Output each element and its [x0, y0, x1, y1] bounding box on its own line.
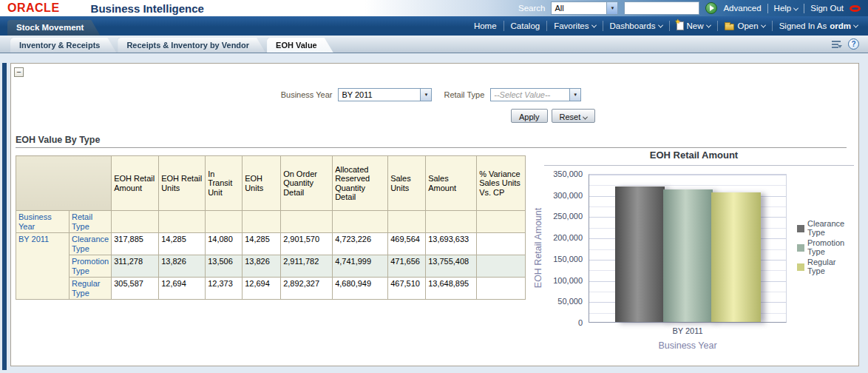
y-tick-label: 100,000: [529, 276, 583, 285]
x-axis-title: Business Year: [574, 340, 801, 351]
reset-button[interactable]: Reset: [552, 109, 596, 123]
business-year-value[interactable]: BY 2011: [339, 89, 420, 101]
app-window: ORACLE Business Intelligence Search All …: [0, 0, 868, 373]
retail-type-label: Retail Type: [444, 90, 484, 99]
legend-swatch: [797, 225, 804, 232]
table-row: BY 2011Clearance Type317,88514,28514,080…: [16, 233, 526, 255]
dashboard-page-tabs: Inventory & Receipts Receipts & Inventor…: [0, 36, 868, 53]
empty-header-cell: [281, 211, 333, 233]
page-options-icon[interactable]: [832, 40, 841, 48]
legend-label: Clearance Type: [807, 220, 853, 237]
search-scope-select[interactable]: All: [551, 1, 618, 15]
column-header: EOH Retail Amount: [112, 156, 159, 211]
help-menu[interactable]: Help: [774, 4, 799, 13]
chevron-down-icon: [705, 22, 711, 27]
chevron-down-icon[interactable]: [420, 89, 431, 101]
value-cell: 4,723,226: [333, 233, 388, 255]
chevron-down-icon[interactable]: [606, 2, 617, 14]
column-header: Allocated Reserved Quantity Detail: [333, 156, 388, 211]
prompt-actions: Apply Reset: [511, 109, 595, 123]
value-cell: 2,892,327: [281, 278, 333, 300]
help-icon[interactable]: [848, 38, 859, 50]
search-go-icon[interactable]: [705, 2, 717, 14]
tab-receipts-inventory-by-vendor[interactable]: Receipts & Inventory by Vendor: [118, 38, 265, 53]
y-tick-label: 200,000: [529, 233, 583, 242]
legend-label: Promotion Type: [807, 239, 853, 256]
value-cell: 469,564: [388, 233, 426, 255]
empty-header-cell: [112, 211, 159, 233]
gridline: [589, 185, 786, 186]
left-splitter-bar[interactable]: [2, 63, 7, 370]
y-tick-label: 0: [529, 318, 583, 327]
dashboard-tab-stock-movement[interactable]: Stock Movement: [7, 20, 100, 36]
tab-eoh-value[interactable]: EOH Value: [267, 38, 333, 53]
collapse-section-button[interactable]: −: [14, 67, 24, 77]
plot-area: [589, 174, 787, 323]
retail-type-cell[interactable]: Promotion Type: [69, 255, 112, 278]
nav-catalog[interactable]: Catalog: [511, 21, 540, 30]
bar-promotion-type[interactable]: [663, 189, 713, 322]
open-folder-icon: [725, 24, 734, 30]
y-tick-label: 300,000: [529, 191, 583, 200]
business-year-label: Business Year: [281, 90, 333, 99]
value-cell: 12,373: [206, 278, 243, 300]
stub-header[interactable]: Retail Type: [69, 211, 112, 233]
nav-home[interactable]: Home: [474, 21, 497, 30]
tab-inventory-and-receipts[interactable]: Inventory & Receipts: [10, 38, 116, 53]
empty-header-cell: [159, 211, 206, 233]
nav-new[interactable]: New: [677, 21, 711, 30]
separator: [717, 21, 718, 31]
business-year-select[interactable]: BY 2011: [338, 88, 432, 101]
advanced-link[interactable]: Advanced: [723, 4, 761, 13]
stub-header[interactable]: Business Year: [16, 211, 69, 233]
legend-swatch: [797, 244, 804, 252]
value-cell: 4,680,949: [333, 278, 388, 300]
global-nav-bar: Stock Movement Home Catalog Favorites Da…: [0, 16, 868, 36]
value-cell: 12,694: [159, 278, 206, 300]
business-year-cell[interactable]: BY 2011: [16, 233, 69, 300]
value-cell: 13,826: [159, 255, 206, 278]
separator: [546, 21, 547, 31]
bar-clearance-type[interactable]: [615, 186, 665, 322]
nav-favorites[interactable]: Favorites: [554, 21, 595, 30]
retail-type-cell[interactable]: Regular Type: [69, 278, 112, 300]
bar-regular-type[interactable]: [711, 192, 761, 322]
oracle-o-icon: [850, 5, 861, 12]
table-row: Promotion Type311,27813,82613,50613,8262…: [16, 255, 526, 278]
pivot-table: EOH Retail AmountEOH Retail UnitsIn Tran…: [16, 155, 526, 300]
signed-in-as-menu[interactable]: Signed In Asordm: [779, 21, 858, 30]
value-cell: 14,285: [159, 233, 206, 255]
apply-button[interactable]: Apply: [511, 109, 548, 123]
value-cell: 4,741,999: [333, 255, 388, 278]
value-cell: 2,901,570: [281, 233, 333, 255]
value-cell: 471,656: [388, 255, 426, 278]
empty-header-cell: [426, 211, 477, 233]
chart-legend: Clearance TypePromotion TypeRegular Type: [797, 220, 853, 275]
value-cell: 13,755,408: [426, 255, 477, 278]
chart-title-divider: [544, 165, 854, 166]
y-tick-label: 150,000: [529, 255, 583, 263]
dashboard-panel: − Business Year BY 2011 Retail Type --Se…: [10, 63, 859, 366]
chevron-down-icon: [761, 22, 766, 27]
value-cell: 317,885: [112, 233, 159, 255]
retail-type-value[interactable]: --Select Value--: [491, 89, 569, 101]
empty-header-cell: [243, 211, 281, 233]
search-input[interactable]: [624, 1, 699, 15]
chevron-down-icon[interactable]: [569, 89, 580, 101]
column-header: Sales Amount: [426, 156, 477, 211]
eoh-retail-amount-chart: EOH Retail Amount EOH Retail Amount 050,…: [529, 144, 858, 363]
global-nav-links: Home Catalog Favorites Dashboards New Op…: [474, 21, 868, 31]
y-tick-label: 250,000: [529, 212, 583, 221]
x-tick-label: BY 2011: [589, 326, 787, 335]
nav-open[interactable]: Open: [725, 21, 765, 30]
search-scope-value[interactable]: All: [552, 2, 606, 14]
nav-dashboards[interactable]: Dashboards: [610, 21, 662, 30]
table-row: Regular Type305,58712,69412,37312,6942,8…: [16, 278, 526, 300]
oracle-logo: ORACLE: [7, 1, 60, 15]
retail-type-select[interactable]: --Select Value--: [490, 88, 581, 101]
y-tick-label: 50,000: [529, 297, 583, 306]
column-header: Sales Units: [388, 156, 426, 211]
sign-out-link[interactable]: Sign Out: [810, 4, 844, 13]
header-search-area: Search All Advanced Help Sign Out: [518, 1, 868, 15]
retail-type-cell[interactable]: Clearance Type: [69, 233, 112, 255]
